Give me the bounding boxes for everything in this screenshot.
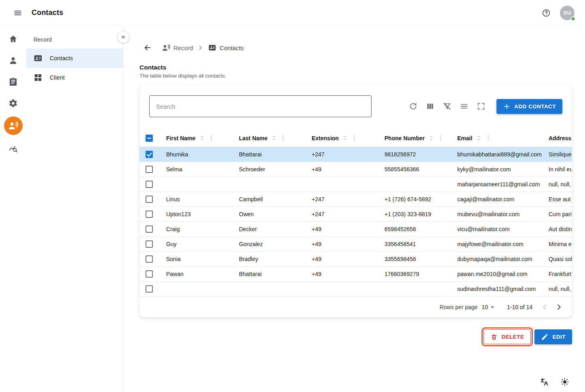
cell-address: Esse aut e bbox=[542, 196, 572, 202]
table-row[interactable]: Craig Decker +49 6598452658 vicu@mailina… bbox=[139, 222, 572, 237]
cell-first-name: Selma bbox=[160, 166, 232, 173]
chevron-left-icon bbox=[540, 303, 549, 312]
language-button[interactable] bbox=[536, 374, 553, 390]
breadcrumb-contacts[interactable]: Contacts bbox=[208, 44, 243, 52]
sidebar-item-label: Contacts bbox=[50, 55, 73, 61]
help-button[interactable] bbox=[538, 5, 554, 21]
cell-address: Similique bbox=[542, 151, 572, 158]
cell-phone-number: 3355698458 bbox=[378, 256, 451, 262]
row-checkbox[interactable] bbox=[146, 240, 153, 248]
fullscreen-toggle-button[interactable] bbox=[473, 98, 489, 114]
sidebar-item-client[interactable]: Client bbox=[26, 68, 123, 87]
column-menu-button[interactable] bbox=[484, 135, 492, 142]
caret-down-icon bbox=[488, 303, 496, 311]
sort-button[interactable] bbox=[427, 134, 435, 142]
rail-home-button[interactable] bbox=[5, 31, 21, 47]
sort-icon bbox=[428, 135, 434, 141]
page-head: Contacts The table below displays all co… bbox=[139, 64, 572, 79]
app-body: Record Contacts Client « Record bbox=[0, 26, 585, 392]
cell-address: Quasi sol bbox=[542, 256, 572, 262]
column-menu-button[interactable] bbox=[351, 135, 358, 142]
filter-off-icon bbox=[443, 102, 452, 111]
column-menu-button[interactable] bbox=[280, 135, 287, 142]
edit-button[interactable]: EDIT bbox=[534, 329, 572, 344]
theme-toggle-button[interactable] bbox=[557, 374, 573, 390]
menu-button[interactable] bbox=[10, 5, 26, 21]
cell-address: Frankfurt bbox=[542, 271, 572, 277]
table-footer: Rows per page 10 1-10 of 14 bbox=[139, 297, 572, 318]
table-row[interactable]: maharjansameer111@gmail.com null, null, bbox=[139, 177, 572, 192]
table-row[interactable]: Pawan Bhattarai +49 17680369279 pawan.me… bbox=[139, 267, 572, 282]
delete-button[interactable]: DELETE bbox=[484, 329, 531, 344]
add-contact-button[interactable]: ADD CONTACT bbox=[496, 99, 562, 114]
row-checkbox[interactable] bbox=[146, 211, 153, 218]
density-toggle-button[interactable] bbox=[456, 98, 472, 114]
main-content: Record Contacts Contacts The table below… bbox=[123, 26, 585, 392]
cell-phone-number: 6598452658 bbox=[378, 226, 451, 232]
sort-button[interactable] bbox=[270, 134, 278, 142]
select-all-checkbox[interactable] bbox=[146, 135, 153, 142]
sort-button[interactable] bbox=[475, 134, 483, 142]
column-label: Phone Number bbox=[384, 135, 425, 141]
table-row[interactable]: Bhumika Bhattarai +247 9818256972 bhumik… bbox=[139, 147, 572, 162]
refresh-button[interactable] bbox=[405, 98, 421, 114]
trash-icon bbox=[490, 333, 498, 341]
row-checkbox[interactable] bbox=[146, 166, 153, 173]
filter-toggle-button[interactable] bbox=[439, 98, 455, 114]
rail-settings-button[interactable] bbox=[5, 95, 21, 111]
row-checkbox-cell bbox=[139, 255, 160, 263]
table-row[interactable]: Linus Campbell +247 +1 (726) 674-5892 ca… bbox=[139, 192, 572, 207]
collapse-sidebar-button[interactable]: « bbox=[117, 31, 129, 43]
table-row[interactable]: Guy Gonzalez +49 3356458541 majyfowe@mai… bbox=[139, 237, 572, 252]
rail-person-button[interactable] bbox=[5, 52, 21, 68]
row-checkbox[interactable] bbox=[146, 196, 153, 203]
cell-email: dubymapaqa@mailinator.com bbox=[451, 256, 542, 262]
rail-tasks-button[interactable] bbox=[5, 74, 21, 90]
row-checkbox[interactable] bbox=[146, 285, 153, 293]
breadcrumb-record[interactable]: Record bbox=[162, 44, 193, 52]
rail-analytics-button[interactable] bbox=[5, 140, 21, 156]
cell-phone-number: 3356458541 bbox=[378, 241, 451, 247]
previous-page-button[interactable] bbox=[537, 300, 552, 314]
row-checkbox[interactable] bbox=[146, 270, 153, 278]
sort-button[interactable] bbox=[198, 134, 206, 142]
show-hide-columns-button[interactable] bbox=[422, 98, 438, 114]
table-row[interactable]: Sonia Bradley +49 3355698458 dubymapaqa@… bbox=[139, 252, 572, 267]
cell-first-name: Upton123 bbox=[160, 211, 232, 217]
sort-button[interactable] bbox=[341, 134, 349, 142]
column-header-email: Email bbox=[451, 134, 542, 142]
pager bbox=[537, 300, 566, 314]
sidebar-item-contacts[interactable]: Contacts bbox=[26, 48, 123, 68]
pagination-range: 1-10 of 14 bbox=[507, 304, 532, 310]
row-checkbox[interactable] bbox=[146, 226, 153, 233]
cell-extension: +49 bbox=[305, 256, 378, 262]
page-title: Contacts bbox=[139, 64, 572, 71]
cell-phone-number: 9818256972 bbox=[378, 151, 451, 158]
row-checkbox[interactable] bbox=[146, 151, 153, 158]
column-menu-button[interactable] bbox=[437, 135, 444, 142]
next-page-button[interactable] bbox=[552, 300, 566, 314]
column-menu-button[interactable] bbox=[207, 135, 215, 142]
table-row[interactable]: Upton123 Owen +247 +1 (203) 323-8819 mub… bbox=[139, 207, 572, 222]
table-row[interactable]: sudinashrestha111@gmail.com null, null, bbox=[139, 282, 572, 297]
rows-per-page-select[interactable]: 10 bbox=[482, 303, 496, 311]
cell-phone-number: +1 (726) 674-5892 bbox=[378, 196, 451, 202]
column-label: Email bbox=[457, 135, 472, 141]
brightness-icon bbox=[560, 377, 569, 386]
row-checkbox[interactable] bbox=[146, 181, 153, 188]
cell-email: pawan.me2010@gmail.com bbox=[451, 271, 542, 277]
row-checkbox[interactable] bbox=[146, 255, 153, 263]
row-checkbox-cell bbox=[139, 151, 160, 158]
cell-address: null, null, bbox=[542, 181, 572, 188]
rail-record-button-active[interactable] bbox=[4, 116, 23, 135]
row-actions: DELETE EDIT bbox=[139, 329, 572, 344]
back-button[interactable] bbox=[139, 40, 156, 56]
contact-card-icon bbox=[208, 44, 216, 52]
search-input[interactable] bbox=[149, 95, 372, 117]
delete-label: DELETE bbox=[501, 334, 524, 340]
person-icon bbox=[8, 56, 18, 65]
contact-card-icon bbox=[34, 54, 42, 63]
user-avatar[interactable]: SU bbox=[560, 6, 574, 20]
cell-address: In nihil eu bbox=[542, 166, 572, 173]
table-row[interactable]: Selma Schroeder +49 55855456366 kyky@mai… bbox=[139, 162, 572, 177]
